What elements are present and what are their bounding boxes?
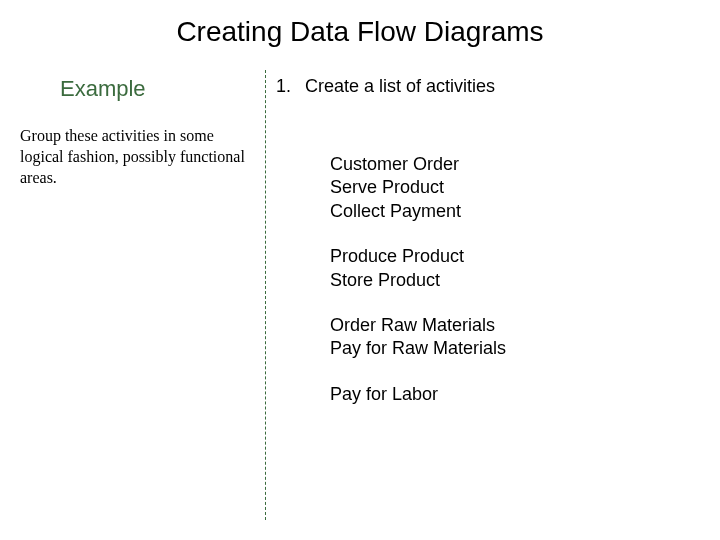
instruction-note: Group these activities in some logical f… bbox=[20, 126, 265, 188]
activity-item: Serve Product bbox=[330, 176, 700, 199]
activity-group: Produce Product Store Product bbox=[330, 245, 700, 292]
activity-item: Store Product bbox=[330, 269, 700, 292]
activity-group: Order Raw Materials Pay for Raw Material… bbox=[330, 314, 700, 361]
content-area: Example Group these activities in some l… bbox=[0, 58, 720, 520]
right-column: 1. Create a list of activities Customer … bbox=[266, 58, 700, 520]
step-number: 1. bbox=[276, 76, 300, 97]
activity-group: Customer Order Serve Product Collect Pay… bbox=[330, 153, 700, 223]
activity-item: Pay for Labor bbox=[330, 383, 700, 406]
left-column: Example Group these activities in some l… bbox=[20, 58, 265, 520]
activity-item: Order Raw Materials bbox=[330, 314, 700, 337]
activity-item: Collect Payment bbox=[330, 200, 700, 223]
step-text: Create a list of activities bbox=[305, 76, 495, 96]
activity-group: Pay for Labor bbox=[330, 383, 700, 406]
activity-item: Pay for Raw Materials bbox=[330, 337, 700, 360]
slide-title: Creating Data Flow Diagrams bbox=[0, 0, 720, 58]
activity-item: Customer Order bbox=[330, 153, 700, 176]
step-heading: 1. Create a list of activities bbox=[276, 76, 700, 97]
subtitle: Example bbox=[60, 76, 265, 102]
activity-item: Produce Product bbox=[330, 245, 700, 268]
